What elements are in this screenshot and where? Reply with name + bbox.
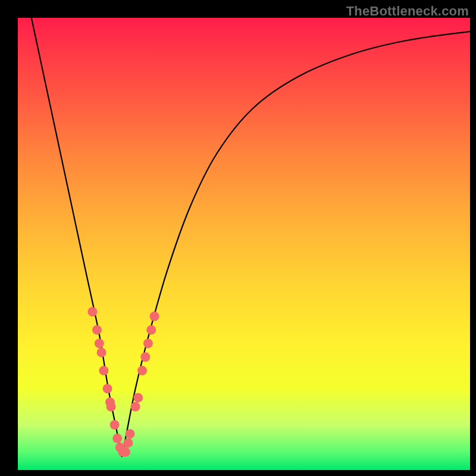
bottleneck-curve-svg <box>18 18 470 470</box>
data-dot <box>112 434 122 443</box>
data-dot <box>137 366 147 375</box>
data-dot <box>133 393 143 402</box>
data-dot <box>95 339 104 348</box>
data-dot <box>99 366 108 375</box>
data-dot <box>150 312 159 321</box>
data-dot <box>131 402 140 412</box>
plot-area <box>18 18 470 470</box>
data-dot <box>121 447 130 457</box>
data-dot <box>143 339 153 348</box>
data-dot <box>140 352 150 362</box>
data-dot <box>97 347 107 357</box>
bottleneck-curve <box>32 18 470 456</box>
data-dot <box>126 429 135 439</box>
data-dot <box>107 402 116 412</box>
data-dot <box>92 325 102 334</box>
data-dot <box>123 438 133 447</box>
watermark-text: TheBottleneck.com <box>346 4 469 19</box>
data-dot <box>87 307 97 317</box>
data-dot <box>103 384 112 393</box>
data-dot <box>146 325 156 334</box>
dots-group <box>87 307 159 457</box>
data-dot <box>110 420 120 430</box>
